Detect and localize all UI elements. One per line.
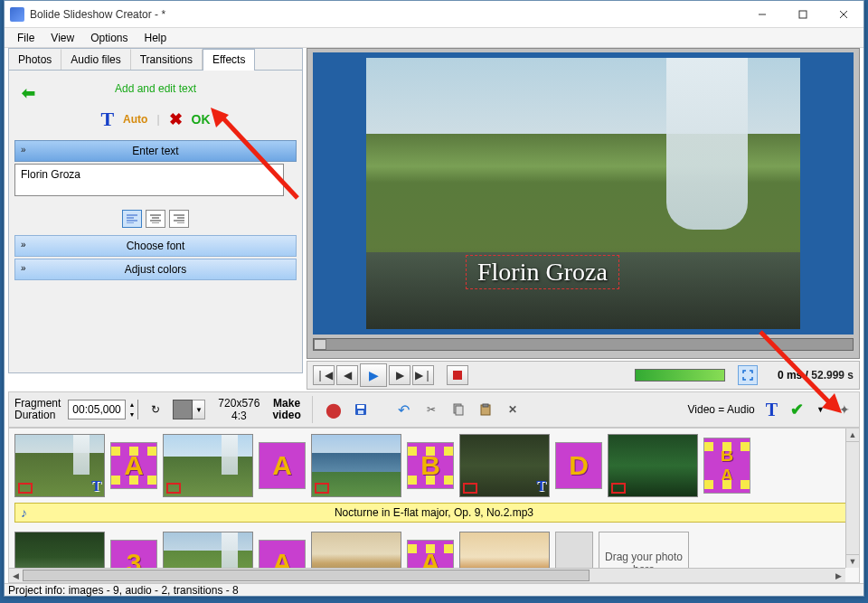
time-total: 52.999 s — [811, 369, 854, 382]
text-badge-icon: T — [91, 478, 101, 495]
timeline-vscroll[interactable]: ▲ ▼ — [845, 429, 859, 568]
cancel-icon[interactable]: ✖ — [169, 109, 183, 129]
scroll-left-icon[interactable]: ◀ — [9, 569, 23, 582]
titlebar: Bolide Slideshow Creator - * — [5, 1, 863, 28]
transition-cell[interactable]: B — [407, 442, 454, 489]
color-dropdown-icon[interactable]: ▼ — [193, 400, 205, 419]
transition-cell[interactable]: D — [555, 442, 602, 489]
apply-dropdown-icon[interactable]: ▼ — [813, 405, 828, 414]
timeline-thumb[interactable] — [311, 434, 401, 497]
timeline-thumb[interactable]: T — [459, 434, 550, 497]
timecode: 0 ms / 52.999 s — [778, 369, 854, 382]
collapse-icon: » — [21, 145, 26, 155]
effects-title: ⬅ Add and edit text — [14, 74, 297, 104]
enter-text-label: Enter text — [132, 145, 178, 157]
transition-cell[interactable]: A — [259, 442, 306, 489]
menu-options[interactable]: Options — [83, 30, 135, 46]
minimize-button[interactable] — [741, 1, 782, 27]
expand-icon: » — [21, 263, 26, 273]
svg-rect-20 — [456, 406, 463, 415]
audio-level-meter — [635, 369, 725, 382]
tab-effects[interactable]: Effects — [203, 49, 255, 71]
scroll-right-icon[interactable]: ▶ — [832, 569, 845, 582]
align-center-button[interactable] — [146, 210, 165, 228]
stop-button[interactable] — [447, 365, 468, 385]
menu-view[interactable]: View — [43, 30, 81, 46]
effects-title-text: Add and edit text — [115, 82, 196, 95]
text-tool-icon-2[interactable]: T — [762, 400, 781, 420]
play-button[interactable]: ▶ — [360, 363, 387, 387]
scrollbar-thumb[interactable] — [314, 339, 326, 350]
tab-transitions[interactable]: Transitions — [131, 49, 203, 70]
app-window: Bolide Slideshow Creator - * File View O… — [4, 0, 864, 597]
maximize-button[interactable] — [782, 1, 823, 27]
save-icon[interactable] — [351, 400, 371, 419]
transition-cell[interactable]: BA — [703, 438, 750, 494]
status-bar: Project info: images - 9, audio - 2, tra… — [5, 583, 863, 596]
timeline-row-1: T A A B T D BA — [9, 429, 859, 499]
delete-icon[interactable]: ✕ — [503, 400, 523, 419]
fullscreen-button[interactable] — [738, 365, 758, 385]
first-frame-button[interactable]: ❘◀ — [313, 365, 335, 385]
svg-rect-18 — [358, 410, 363, 414]
background-color-swatch[interactable] — [173, 400, 193, 419]
text-input[interactable]: Florin Groza — [14, 164, 284, 196]
audio-track[interactable]: ♪ Nocturne in E-flat major, Op. 9, No.2.… — [14, 503, 854, 523]
timeline-thumb[interactable] — [163, 434, 253, 497]
text-overlay[interactable]: Florin Groza — [466, 255, 619, 289]
menu-help[interactable]: Help — [137, 30, 175, 46]
expand-icon: » — [21, 240, 26, 250]
menu-file[interactable]: File — [10, 30, 42, 46]
resolution-info[interactable]: 720x576 4:3 — [218, 397, 259, 423]
record-icon[interactable]: ⬤ — [324, 400, 344, 419]
refresh-icon[interactable]: ↻ — [146, 400, 165, 419]
close-button[interactable] — [823, 1, 863, 27]
time-sep: / — [802, 369, 811, 382]
preview-area: Florin Groza — [307, 48, 860, 359]
text-tool-icon[interactable]: T — [100, 108, 114, 131]
duration-input[interactable] — [69, 403, 125, 416]
svg-rect-22 — [483, 404, 488, 407]
align-right-button[interactable] — [169, 210, 189, 228]
tab-audio-files[interactable]: Audio files — [61, 49, 130, 70]
left-panel: Photos Audio files Transitions Effects ⬅… — [8, 48, 303, 373]
auto-button[interactable]: Auto — [123, 113, 147, 126]
panel-tabs: Photos Audio files Transitions Effects — [9, 49, 302, 71]
transition-cell[interactable]: A — [110, 442, 157, 489]
preview-image: Florin Groza — [366, 58, 800, 329]
preview-waterfall — [666, 58, 748, 230]
adjust-colors-section[interactable]: » Adjust colors — [14, 259, 297, 280]
menubar: File View Options Help — [5, 28, 863, 48]
ok-button[interactable]: OK — [192, 112, 211, 127]
enter-text-header[interactable]: » Enter text — [14, 140, 297, 162]
copy-icon[interactable] — [448, 400, 468, 419]
scroll-down-icon[interactable]: ▼ — [846, 554, 859, 568]
timeline: T A A B T D BA ♪ Nocturne in E-flat majo… — [8, 428, 860, 583]
paste-icon[interactable] — [476, 400, 495, 419]
wand-icon[interactable]: ✦ — [835, 402, 854, 417]
undo-icon[interactable]: ↶ — [394, 400, 414, 419]
hscroll-thumb[interactable] — [23, 570, 590, 581]
next-frame-button[interactable]: ▶ — [389, 365, 410, 385]
tab-photos[interactable]: Photos — [9, 49, 61, 70]
align-left-button[interactable] — [122, 210, 142, 228]
video-audio-label[interactable]: Video = Audio — [688, 403, 755, 416]
cut-icon[interactable]: ✂ — [421, 400, 441, 419]
timeline-thumb[interactable] — [608, 434, 698, 497]
last-frame-button[interactable]: ▶❘ — [412, 365, 434, 385]
duration-spinner[interactable]: ▲▼ — [125, 400, 137, 419]
timeline-thumb[interactable]: T — [14, 434, 105, 497]
svg-rect-17 — [357, 405, 364, 409]
preview-scrollbar[interactable] — [313, 338, 854, 351]
text-badge-icon: T — [536, 478, 546, 495]
scroll-up-icon[interactable]: ▲ — [846, 429, 859, 442]
timeline-hscroll[interactable]: ◀ ▶ — [9, 568, 845, 582]
choose-font-section[interactable]: » Choose font — [14, 235, 297, 257]
preview-canvas[interactable]: Florin Groza — [313, 52, 854, 334]
prev-frame-button[interactable]: ◀ — [336, 365, 358, 385]
make-video-button[interactable]: Make video — [272, 398, 300, 421]
time-current: 0 ms — [778, 369, 802, 382]
choose-font-label: Choose font — [127, 240, 185, 252]
back-arrow-icon[interactable]: ⬅ — [22, 83, 35, 103]
apply-icon[interactable]: ✔ — [788, 400, 806, 419]
